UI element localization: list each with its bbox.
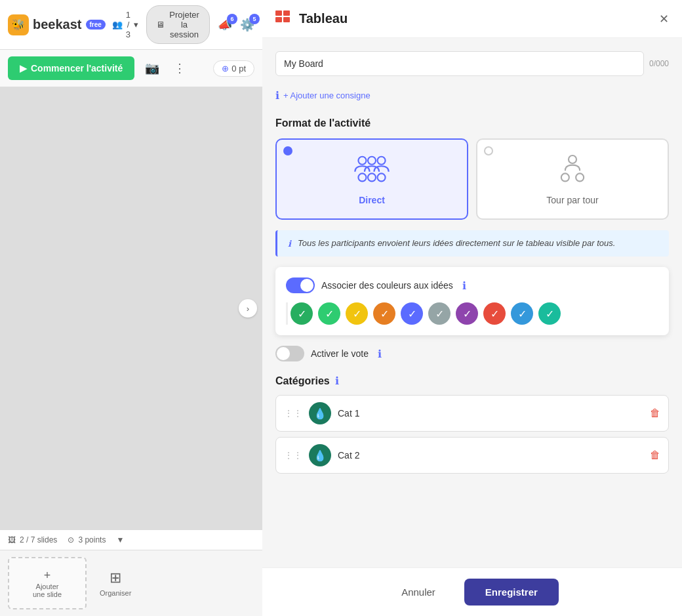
swatch-red[interactable]: ✓ [483,302,506,325]
color-toggle-label: Associer des couleurs aux idées [321,280,453,291]
category-input-2[interactable] [338,450,643,461]
project-session-button[interactable]: 🖥 Projeter la session [146,5,210,44]
chevron-down-icon: ▾ [134,20,138,30]
direct-radio [283,146,292,155]
tableau-icon [275,10,291,27]
category-input-1[interactable] [338,408,643,419]
svg-rect-2 [275,17,282,22]
slide-canvas: › [0,87,262,529]
water-drop-icon-1: 💧 [313,407,327,420]
color-swatches: ✓ ✓ ✓ ✓ ✓ ✓ ✓ ✓ ✓ ✓ [286,302,658,325]
add-slide-icon: + [44,569,51,583]
participants-button[interactable]: 👥 1 / 3 ▾ [112,10,138,39]
cat-icon-1: 💧 [309,402,331,424]
points-value: 0 pt [231,64,246,73]
dialog-header: Tableau ✕ [262,0,682,38]
slide-next-button[interactable]: › [239,299,257,318]
drag-handle-1[interactable]: ⋮⋮ [284,408,302,419]
participants-count: 1 / 3 [126,10,130,39]
svg-rect-3 [283,17,290,22]
dialog-body: 0/000 ℹ + Ajouter une consigne Format de… [262,38,682,567]
swatch-green-light[interactable]: ✓ [318,302,340,325]
swatch-orange[interactable]: ✓ [373,302,395,325]
swatch-gray[interactable]: ✓ [428,302,451,325]
svg-rect-1 [283,10,290,16]
top-bar: 🐝 beekast free 👥 1 / 3 ▾ 🖥 Projeter la s… [0,0,262,50]
grid-icon: ⊞ [110,569,121,586]
tour-radio [484,146,493,155]
free-badge: free [86,20,106,30]
logo-area: 🐝 beekast free [8,14,106,35]
format-info-box: ℹ Tous les participants envoient leurs i… [275,230,669,257]
color-toggle[interactable] [286,277,315,293]
activity-toolbar: ▶ Commencer l'activité 📷 ⋮ ⊕ 0 pt [0,50,262,87]
format-direct-card[interactable]: Direct [275,138,468,220]
svg-point-6 [378,157,386,165]
plus-icon: ⊕ [222,64,229,73]
cancel-button[interactable]: Annuler [386,580,451,604]
tableau-dialog: Tableau ✕ 0/000 ℹ + Ajouter une consigne… [262,0,682,616]
settings-button[interactable]: ⚙️ 5 [240,18,254,32]
toggle-knob [300,279,313,292]
board-name-row: 0/000 [275,51,669,76]
participants-icon: 👥 [112,20,123,30]
svg-point-9 [378,173,386,181]
notif-badge-1: 6 [227,14,237,24]
board-name-input[interactable] [275,51,644,76]
dialog-title: Tableau [299,11,348,26]
save-button[interactable]: Enregistrer [464,579,559,606]
cat-icon-2: 💧 [309,444,331,466]
slide-thumbnails: + Ajouterune slide ⊞ Organiser [0,550,262,616]
color-info-icon: ℹ [462,279,466,292]
start-activity-button[interactable]: ▶ Commencer l'activité [8,56,134,80]
color-toggle-row: Associer des couleurs aux idées ℹ [286,277,658,293]
swatch-blue-purple[interactable]: ✓ [401,302,423,325]
more-options-button[interactable]: ⋮ [170,57,190,79]
header-right: 👥 1 / 3 ▾ 🖥 Projeter la session 📣 6 ⚙️ 5 [112,5,254,44]
organise-button[interactable]: ⊞ Organiser [93,557,138,609]
notif-badge-2: 5 [249,14,260,24]
slide-points: 3 points [78,535,106,544]
format-section-label: Format de l'activité [275,117,669,129]
water-drop-icon-2: 💧 [313,449,327,462]
info-text: Tous les participants envoient leurs idé… [298,238,615,248]
direct-label: Direct [359,195,385,205]
vote-toggle-knob [277,347,290,360]
logo-text: beekast [33,17,82,32]
bottom-bar: 🖼 2 / 7 slides ⊙ 3 points ▼ [0,529,262,550]
swatch-blue[interactable]: ✓ [511,302,533,325]
delete-cat-2-button[interactable]: 🗑 [650,449,660,461]
color-section: Associer des couleurs aux idées ℹ ✓ ✓ ✓ … [275,267,669,335]
char-count: 0/000 [649,59,669,68]
add-slide-label: Ajouterune slide [33,583,62,598]
swatch-purple[interactable]: ✓ [456,302,478,325]
tour-group-icon [553,153,592,188]
logo-icon: 🐝 [8,14,29,35]
dialog-footer: Annuler Enregistrer [262,567,682,616]
play-icon: ▶ [20,63,27,73]
megaphone-button[interactable]: 📣 6 [218,18,232,32]
categories-header: Catégories ℹ [275,375,669,387]
svg-point-5 [368,157,376,165]
format-tour-card[interactable]: Tour par tour [476,138,669,220]
camera-button[interactable]: 📷 [141,57,163,79]
slides-count: 2 / 7 slides [20,535,57,544]
add-slide-button[interactable]: + Ajouterune slide [8,557,87,609]
vote-toggle-row: Activer le vote ℹ [275,346,669,361]
filter-icon: ▼ [116,535,124,544]
slides-icon: 🖼 [8,535,16,544]
drag-handle-2[interactable]: ⋮⋮ [284,450,302,461]
svg-rect-0 [275,10,282,16]
monitor-icon: 🖥 [156,20,165,30]
add-consigne-button[interactable]: ℹ + Ajouter une consigne [275,87,371,104]
delete-cat-1-button[interactable]: 🗑 [650,407,660,419]
vote-toggle[interactable] [275,346,304,361]
svg-point-10 [569,155,576,163]
svg-point-12 [576,173,584,181]
close-dialog-button[interactable]: ✕ [659,12,669,26]
direct-group-icon [352,153,391,188]
categories-label: Catégories [275,375,330,387]
swatch-green-dark[interactable]: ✓ [291,302,313,325]
swatch-yellow[interactable]: ✓ [346,302,368,325]
swatch-teal[interactable]: ✓ [538,302,561,325]
